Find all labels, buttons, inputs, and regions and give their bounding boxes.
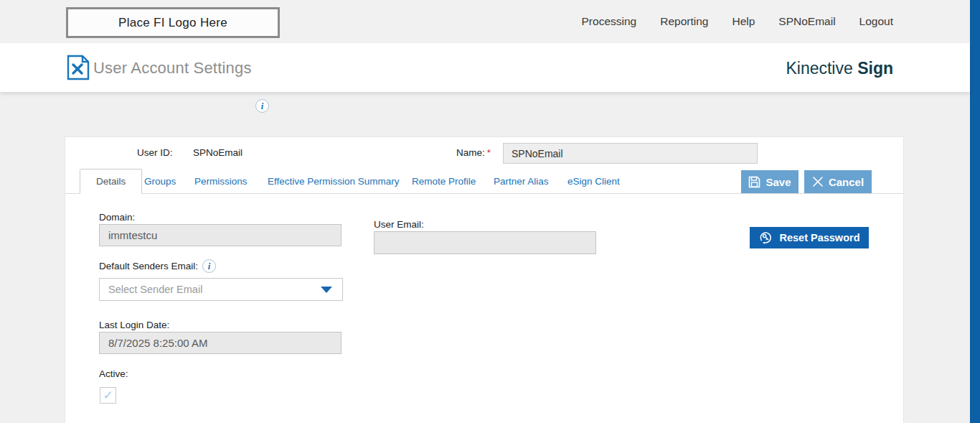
user-email-label: User Email: <box>374 219 424 230</box>
active-label: Active: <box>99 368 128 379</box>
top-nav: Processing Reporting Help SPNoEmail Logo… <box>582 0 893 43</box>
reset-password-label: Reset Password <box>779 232 859 243</box>
brand-bold: Sign <box>857 59 893 78</box>
brand-regular: Kinective <box>786 59 852 78</box>
nav-processing[interactable]: Processing <box>582 15 637 28</box>
vertical-scrollbar[interactable] <box>970 0 980 423</box>
name-label-text: Name: <box>456 147 485 158</box>
last-login-label: Last Login Date: <box>99 320 169 330</box>
tab-effective-permission-summary[interactable]: Effective Permission Summary <box>268 169 400 194</box>
user-settings-document-icon <box>66 55 90 80</box>
top-header: Place FI Logo Here Processing Reporting … <box>0 0 970 43</box>
nav-reporting[interactable]: Reporting <box>660 15 708 28</box>
tab-details[interactable]: Details <box>80 169 142 194</box>
domain-label: Domain: <box>99 212 135 223</box>
page-title-info-icon[interactable]: i <box>255 99 269 113</box>
default-senders-email-placeholder: Select Sender Email <box>108 284 202 295</box>
user-account-panel: User ID: SPNoEmail Name:* Details Groups… <box>65 136 904 423</box>
nav-logout[interactable]: Logout <box>859 15 893 28</box>
chevron-down-icon <box>321 287 332 293</box>
save-button-label: Save <box>765 176 791 188</box>
user-id-label: User ID: <box>137 147 173 158</box>
user-email-input <box>374 231 596 254</box>
default-senders-email-select[interactable]: Select Sender Email <box>99 278 343 301</box>
default-senders-email-label: Default Senders Email: <box>99 261 198 271</box>
tab-partner-alias[interactable]: Partner Alias <box>494 169 549 194</box>
tab-strip-divider <box>65 193 903 194</box>
active-checkbox[interactable]: ✓ <box>100 387 116 404</box>
required-asterisk: * <box>487 147 491 158</box>
tab-esign-client[interactable]: eSign Client <box>567 169 620 194</box>
default-senders-email-info-icon[interactable]: i <box>202 259 216 273</box>
name-input[interactable] <box>503 143 758 164</box>
tab-permissions[interactable]: Permissions <box>194 169 248 194</box>
cancel-button[interactable]: Cancel <box>804 170 872 193</box>
content-area: User ID: SPNoEmail Name:* Details Groups… <box>0 92 970 423</box>
default-senders-email-label-wrap: Default Senders Email: i <box>99 259 216 273</box>
tab-groups[interactable]: Groups <box>144 169 176 194</box>
title-band: User Account Settings i Kinective Sign <box>0 43 970 92</box>
save-floppy-icon <box>748 176 760 188</box>
nav-username[interactable]: SPNoEmail <box>778 15 835 28</box>
last-login-input <box>99 332 341 354</box>
checkmark-icon: ✓ <box>103 389 113 401</box>
fi-logo-placeholder: Place FI Logo Here <box>66 7 280 38</box>
domain-input <box>99 224 341 246</box>
fi-logo-text: Place FI Logo Here <box>118 16 227 30</box>
reset-password-button[interactable]: Reset Password <box>750 227 869 248</box>
save-button[interactable]: Save <box>741 170 798 193</box>
reset-password-key-icon <box>758 231 773 245</box>
nav-help[interactable]: Help <box>732 15 755 28</box>
tab-remote-profile[interactable]: Remote Profile <box>412 169 476 194</box>
brand-logo: Kinective Sign <box>786 59 893 78</box>
user-id-value: SPNoEmail <box>193 147 242 158</box>
identity-row: User ID: SPNoEmail Name:* <box>65 143 903 164</box>
page-title: User Account Settings <box>93 59 252 78</box>
cancel-button-label: Cancel <box>829 176 864 188</box>
name-label: Name:* <box>456 147 491 158</box>
cancel-x-icon <box>812 176 824 187</box>
